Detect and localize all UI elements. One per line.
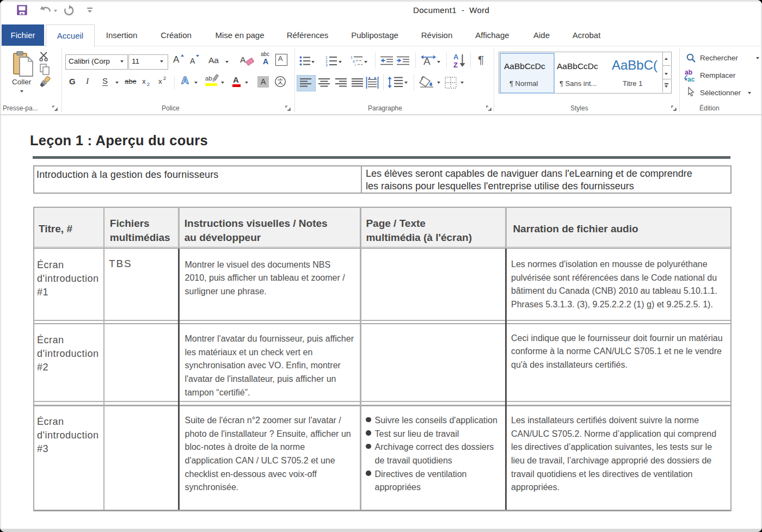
svg-text:a: a [353,59,355,63]
svg-text:1: 1 [325,55,328,59]
svg-text:Z: Z [453,61,458,68]
svg-text:A: A [453,53,459,61]
svg-text:2: 2 [325,59,328,63]
svg-text:i: i [355,63,356,67]
svg-text:3: 3 [325,63,328,67]
svg-text:1: 1 [351,55,353,59]
